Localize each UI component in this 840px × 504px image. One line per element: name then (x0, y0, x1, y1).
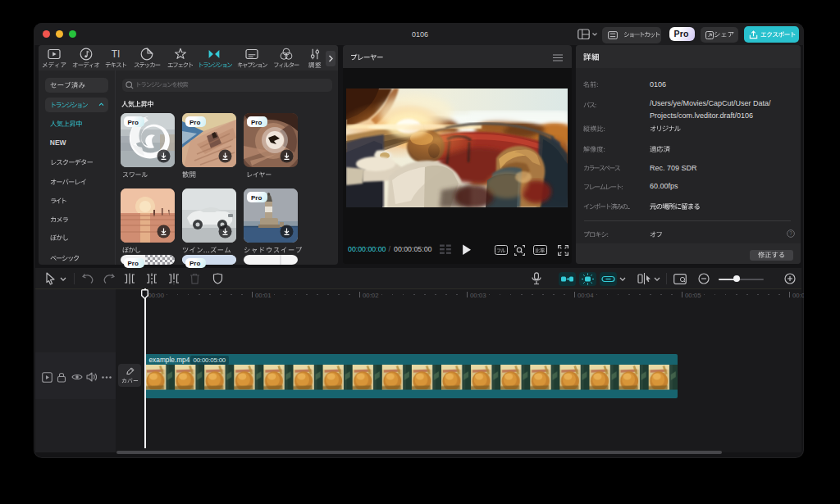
svg-text:TI: TI (112, 48, 121, 60)
svg-text:?: ? (789, 230, 792, 236)
